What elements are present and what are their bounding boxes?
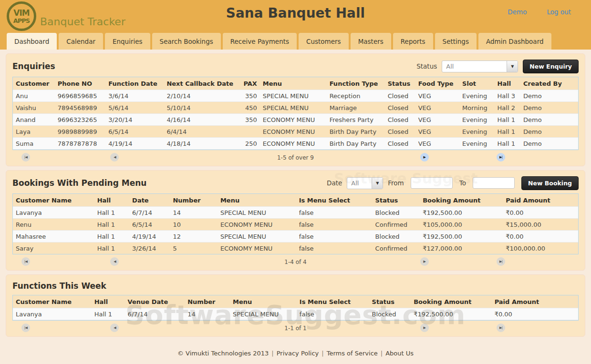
column-header[interactable]: Hall xyxy=(495,77,521,90)
tab-dashboard[interactable]: Dashboard xyxy=(7,33,57,50)
bookings-table-wrap: Customer NameHallDateNumberMenuIs Menu S… xyxy=(12,193,579,254)
table-cell: Hall 1 xyxy=(92,308,125,320)
footer-separator: | xyxy=(381,350,383,357)
logout-link[interactable]: Log out xyxy=(547,8,571,16)
column-header[interactable]: Paid Amount xyxy=(492,295,578,308)
column-header[interactable]: Hall xyxy=(92,295,125,308)
column-header[interactable]: Status xyxy=(385,77,415,90)
column-header[interactable]: Booking Amount xyxy=(420,194,503,207)
table-cell: Hall 1 xyxy=(94,207,129,219)
column-header[interactable]: Status xyxy=(369,295,411,308)
column-header[interactable]: Status xyxy=(373,194,420,207)
next-page-button[interactable]: ▶ xyxy=(420,257,429,266)
column-header[interactable]: Is Menu Select xyxy=(296,194,373,207)
table-cell: 9696323265 xyxy=(55,114,106,126)
table-cell: Lavanya xyxy=(13,308,92,320)
tab-customers[interactable]: Customers xyxy=(299,33,349,50)
tab-enquiries[interactable]: Enquiries xyxy=(105,33,150,50)
column-header[interactable]: Hall xyxy=(94,194,129,207)
column-header[interactable]: Menu xyxy=(230,295,297,308)
table-row[interactable]: SarayHall 13/26/145ECONOMY MENUfalseConf… xyxy=(13,243,578,254)
table-cell: Suma xyxy=(13,138,55,150)
column-header[interactable]: Next Callback Date xyxy=(164,77,239,90)
table-row[interactable]: LavanyaHall 16/7/1414SPECIAL MENUfalseBl… xyxy=(13,308,578,320)
table-cell: ₹105,000.00 xyxy=(420,219,503,231)
tab-settings[interactable]: Settings xyxy=(435,33,477,50)
functions-title: Functions This Week xyxy=(12,281,106,291)
column-header[interactable]: Function Date xyxy=(105,77,164,90)
table-row[interactable]: Anu96968596853/6/142/10/14350SPECIAL MEN… xyxy=(13,90,578,102)
column-header[interactable]: Slot xyxy=(459,77,494,90)
column-header[interactable]: Booking Amount xyxy=(411,295,491,308)
column-header[interactable]: Is Menu Select xyxy=(297,295,369,308)
nav-tabs: DashboardCalendarEnquiriesSearch Booking… xyxy=(7,33,553,50)
tab-search-bookings[interactable]: Search Bookings xyxy=(152,33,221,50)
status-select[interactable]: All ▼ xyxy=(442,61,518,72)
new-booking-button[interactable]: New Booking xyxy=(521,176,579,190)
table-row[interactable]: Laya99898899896/5/146/4/14ECONOMY MENUBi… xyxy=(13,126,578,138)
column-header[interactable]: Paid Amount xyxy=(503,194,578,207)
table-cell: ₹192,500.00 xyxy=(411,308,491,320)
column-header[interactable]: Customer Name xyxy=(13,194,94,207)
column-header[interactable]: Venue Date xyxy=(125,295,185,308)
column-header[interactable]: Customer Name xyxy=(13,295,92,308)
table-cell xyxy=(239,126,260,138)
page-title: Sana Banquet Hall xyxy=(0,5,591,21)
table-cell: Hall 1 xyxy=(94,243,129,254)
column-header[interactable]: Number xyxy=(170,194,218,207)
table-cell: Confirmed xyxy=(373,219,420,231)
last-page-button[interactable]: ▶| xyxy=(497,257,505,266)
table-row[interactable]: MahasreeHall 14/19/1412SPECIAL MENUfalse… xyxy=(13,231,578,243)
table-row[interactable]: Vaishu78945689895/6/145/10/14450SPECIAL … xyxy=(13,102,578,114)
chevron-down-icon[interactable]: ▼ xyxy=(507,61,518,72)
column-header[interactable]: Number xyxy=(185,295,230,308)
column-header[interactable]: Food Type xyxy=(415,77,459,90)
table-row[interactable]: LavanyaHall 16/7/1414SPECIAL MENUfalseBl… xyxy=(13,207,578,219)
column-header[interactable]: Created By xyxy=(520,77,578,90)
table-row[interactable]: Anand96963232653/20/144/16/14350ECONOMY … xyxy=(13,114,578,126)
bookings-pagination: |◀ ◀ 1-4 of 4 ▶ ▶| xyxy=(12,256,579,268)
chevron-down-icon[interactable]: ▼ xyxy=(372,178,383,189)
tab-receive-payments[interactable]: Receive Payments xyxy=(223,33,297,50)
last-page-button[interactable]: ▶| xyxy=(497,324,505,332)
main-content: Enquiries Status All ▼ New Enquiry Custo… xyxy=(0,50,591,364)
tab-masters[interactable]: Masters xyxy=(351,33,391,50)
footer-link-privacy-policy[interactable]: Privacy Policy xyxy=(277,350,319,357)
table-cell: Hall 1 xyxy=(495,126,521,138)
from-date-input[interactable] xyxy=(411,177,453,189)
tab-admin-dashboard[interactable]: Admin Dashboard xyxy=(478,33,551,50)
tab-calendar[interactable]: Calendar xyxy=(59,33,103,50)
column-header[interactable]: Customer xyxy=(13,77,55,90)
last-page-button[interactable]: ▶| xyxy=(497,153,505,162)
column-header[interactable]: Phone NO xyxy=(55,77,106,90)
table-row[interactable]: Suma78787878784/19/144/18/14250ECONOMY M… xyxy=(13,138,578,150)
table-cell: Marriage xyxy=(327,102,385,114)
to-date-input[interactable] xyxy=(473,177,515,189)
footer-link-terms-of-service[interactable]: Terms of Service xyxy=(327,350,378,357)
footer-link-about-us[interactable]: About Us xyxy=(385,350,414,357)
column-header[interactable]: Menu xyxy=(218,194,296,207)
enquiries-title: Enquiries xyxy=(12,61,55,71)
user-link[interactable]: Demo xyxy=(508,8,527,16)
table-row[interactable]: RenuHall 16/5/1410ECONOMY MENUfalseConfi… xyxy=(13,219,578,231)
column-header[interactable]: PAX xyxy=(239,77,260,90)
table-cell: Evening xyxy=(459,126,494,138)
column-header[interactable]: Function Type xyxy=(327,77,385,90)
table-cell: Hall 1 xyxy=(495,138,521,150)
table-cell: ₹0.00 xyxy=(503,231,578,243)
table-cell: VEG xyxy=(415,114,459,126)
new-enquiry-button[interactable]: New Enquiry xyxy=(523,60,579,73)
table-cell: Closed xyxy=(385,114,415,126)
next-page-button[interactable]: ▶ xyxy=(420,324,429,332)
table-cell: 6/5/14 xyxy=(129,219,170,231)
table-cell: Vaishu xyxy=(13,102,55,114)
table-cell: Closed xyxy=(385,90,415,102)
table-cell: ₹192,500.00 xyxy=(420,207,503,219)
date-select[interactable]: All ▼ xyxy=(347,177,383,189)
tab-reports[interactable]: Reports xyxy=(393,33,433,50)
status-select-value: All xyxy=(442,61,507,72)
table-cell: Reception xyxy=(327,90,385,102)
next-page-button[interactable]: ▶ xyxy=(420,153,429,162)
column-header[interactable]: Menu xyxy=(260,77,327,90)
column-header[interactable]: Date xyxy=(129,194,170,207)
